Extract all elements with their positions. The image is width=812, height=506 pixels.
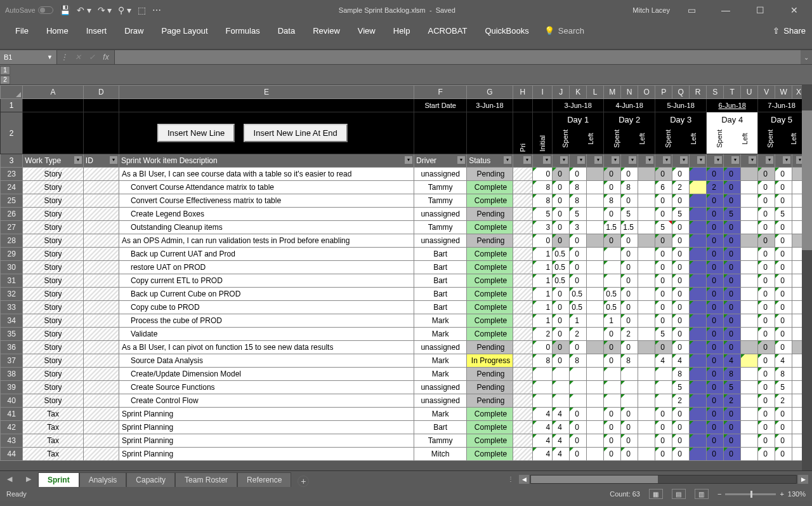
cell-driver[interactable]: unassigned [414, 208, 467, 221]
cell-worktype[interactable]: Story [23, 328, 84, 341]
cell-K[interactable]: 0 [570, 261, 587, 274]
cell-S[interactable]: 0 [707, 408, 724, 421]
cell-status[interactable]: Pending [467, 394, 513, 408]
row-3[interactable]: 3 [1, 154, 23, 168]
cell-id[interactable] [83, 448, 119, 461]
cell-W[interactable]: 0 [775, 408, 792, 421]
zoom-level[interactable]: 130% [788, 490, 806, 498]
tab-page-layout[interactable]: Page Layout [153, 22, 217, 39]
cell-id[interactable] [83, 181, 119, 194]
cell-R[interactable] [690, 261, 707, 274]
cell-driver[interactable]: unassigned [414, 234, 467, 248]
cell-S[interactable]: 0 [707, 354, 724, 368]
table-row[interactable]: 44TaxSprint PlanningMitchComplete4400000… [1, 448, 806, 461]
cell-O[interactable] [638, 408, 655, 421]
cell-H[interactable] [513, 448, 532, 461]
table-row[interactable]: 41TaxSprint PlanningMarkComplete44000000… [1, 408, 806, 421]
cell-S[interactable]: 0 [707, 288, 724, 301]
cell-K[interactable]: 0 [570, 234, 587, 248]
cell-U[interactable] [741, 234, 758, 248]
cell-desc[interactable]: Convert Course Attendance matrix to tabl… [119, 181, 414, 194]
qat-more-icon[interactable]: ⋯ [152, 5, 161, 15]
table-row[interactable]: 32StoryBack up Current Cube on PRODBartC… [1, 288, 806, 301]
status-header[interactable]: Status▾ [467, 154, 513, 168]
cell-U[interactable] [741, 328, 758, 341]
cell-W[interactable]: 0 [775, 301, 792, 314]
cell-K[interactable]: 3 [570, 221, 587, 234]
cell-id[interactable] [83, 221, 119, 234]
cell-K[interactable]: 0 [570, 248, 587, 261]
cell-S[interactable]: 0 [707, 434, 724, 448]
cell-Q[interactable]: 0 [672, 314, 690, 328]
cell-R[interactable] [690, 448, 707, 461]
cell-L[interactable] [587, 168, 604, 181]
cell-initial[interactable]: 1 [533, 301, 553, 314]
tab-home[interactable]: Home [37, 22, 77, 39]
cell-M[interactable]: 0 [604, 168, 621, 181]
cell-id[interactable] [83, 421, 119, 434]
cell-U[interactable] [741, 394, 758, 408]
cell-H[interactable] [513, 408, 532, 421]
cell-Q[interactable]: 0 [672, 234, 690, 248]
cell-worktype[interactable]: Story [23, 368, 84, 381]
tab-review[interactable]: Review [304, 22, 349, 39]
cell-O[interactable] [638, 354, 655, 368]
cell-N[interactable]: 0 [621, 194, 638, 208]
cell-H[interactable] [513, 288, 532, 301]
cell-L[interactable] [587, 181, 604, 194]
cell-status[interactable]: Complete [467, 261, 513, 274]
row-35[interactable]: 35 [1, 328, 23, 341]
cell-K[interactable]: 0 [570, 434, 587, 448]
cell-U[interactable] [741, 168, 758, 181]
cell-K[interactable]: 8 [570, 354, 587, 368]
table-row[interactable]: 36StoryAs a BI User, I can pivot on func… [1, 341, 806, 354]
cell-driver[interactable]: Mark [414, 368, 467, 381]
page-break-view-icon[interactable]: ▥ [695, 489, 709, 499]
cell-T[interactable]: 0 [724, 341, 741, 354]
table-row[interactable]: 30Storyrestore UAT on PRODBartComplete10… [1, 261, 806, 274]
cell-R[interactable] [690, 394, 707, 408]
select-all-corner[interactable] [1, 86, 23, 99]
expand-formula-icon[interactable]: ⌄ [801, 54, 812, 61]
cell-J[interactable]: 0 [553, 181, 570, 194]
cell-V[interactable]: 0 [758, 434, 775, 448]
cell-status[interactable]: Complete [467, 421, 513, 434]
cell-M[interactable]: 0 [604, 341, 621, 354]
worktype-header[interactable]: Work Type▾ [23, 154, 84, 168]
cell-W[interactable]: 0 [775, 434, 792, 448]
cell-P[interactable]: 0 [655, 288, 672, 301]
cell-J[interactable]: 0 [553, 354, 570, 368]
cell-O[interactable] [638, 381, 655, 394]
cell-R[interactable] [690, 408, 707, 421]
cell-desc[interactable]: As a BI User, I can see course data with… [119, 168, 414, 181]
outline-level-1[interactable]: 1 [0, 66, 10, 75]
cell-status[interactable]: Pending [467, 368, 513, 381]
cell-T[interactable]: 8 [724, 368, 741, 381]
cell-O[interactable] [638, 274, 655, 288]
cell-O[interactable] [638, 194, 655, 208]
cell-U[interactable] [741, 194, 758, 208]
cell-driver[interactable]: Tammy [414, 434, 467, 448]
cell-N[interactable]: 2 [621, 328, 638, 341]
cell-L[interactable] [587, 381, 604, 394]
cell-Q[interactable]: 0 [672, 261, 690, 274]
table-row[interactable]: 23StoryAs a BI User, I can see course da… [1, 168, 806, 181]
insert-new-line-button[interactable]: Insert New Line [157, 124, 235, 142]
cell-N[interactable]: 0 [621, 168, 638, 181]
cell-driver[interactable]: Mitch [414, 448, 467, 461]
cell-initial[interactable]: 4 [533, 408, 553, 421]
user-name[interactable]: Mitch Lacey [632, 6, 670, 14]
cell-O[interactable] [638, 394, 655, 408]
cell-O[interactable] [638, 301, 655, 314]
cell-R[interactable] [690, 288, 707, 301]
cell-worktype[interactable]: Story [23, 394, 84, 408]
cell-L[interactable] [587, 288, 604, 301]
cell-P[interactable]: 5 [655, 221, 672, 234]
cell-status[interactable]: Complete [467, 434, 513, 448]
cell-desc[interactable]: Back up Current Cube on PROD [119, 288, 414, 301]
cell-J[interactable] [553, 381, 570, 394]
cell-initial[interactable] [533, 381, 553, 394]
cell-S[interactable]: 0 [707, 168, 724, 181]
cell-P[interactable]: 0 [655, 301, 672, 314]
cell-worktype[interactable]: Story [23, 181, 84, 194]
